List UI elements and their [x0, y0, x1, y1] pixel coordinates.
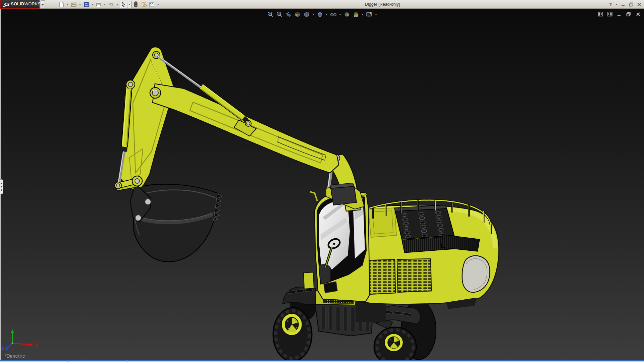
- display-style-icon: [317, 11, 323, 18]
- open-dropdown[interactable]: ▼: [78, 1, 82, 8]
- hide-show-items-icon: [330, 11, 337, 18]
- status-pane: [111, 360, 127, 362]
- help-dropdown[interactable]: ▼: [615, 3, 618, 6]
- open-button[interactable]: [70, 1, 77, 8]
- brand-name-bold: SOLID: [11, 2, 24, 6]
- file-properties-icon: [141, 2, 147, 7]
- heads-up-view-toolbar: ▼ ▼ ▼: [266, 10, 378, 18]
- dassault-3s-logo-icon: ƷS: [3, 1, 9, 7]
- new-document-icon: [59, 2, 64, 7]
- window-title: Digger [Read-only]: [335, 0, 429, 9]
- select-tool-dropdown[interactable]: ▼: [128, 1, 131, 8]
- collapse-pane-left-button[interactable]: [598, 11, 603, 17]
- excavator-model-scene: X Z: [0, 9, 644, 360]
- print-button[interactable]: [95, 1, 102, 8]
- help-button[interactable]: ?: [609, 2, 612, 7]
- titlebar-right-controls: ? ▼: [609, 0, 641, 9]
- front-right-wheel: [374, 327, 416, 360]
- select-tool-button[interactable]: [120, 1, 127, 8]
- section-view-icon: [294, 11, 301, 18]
- section-view-button[interactable]: [293, 10, 302, 18]
- undo-icon: [108, 2, 114, 7]
- doc-minimize-button[interactable]: [616, 11, 622, 17]
- zoom-to-area-button[interactable]: [275, 10, 283, 18]
- view-settings-icon: [366, 11, 373, 18]
- collapse-pane-right-button[interactable]: [607, 11, 612, 17]
- view-orientation-dropdown[interactable]: ▼: [312, 10, 315, 18]
- status-pane: [127, 360, 644, 362]
- previous-view-icon: [285, 11, 292, 18]
- status-pane: [0, 360, 67, 362]
- feature-pane-expand-handle[interactable]: [0, 179, 3, 194]
- undo-dropdown[interactable]: ▼: [115, 1, 119, 8]
- main-toolbar: ▼ ▼ ▼: [58, 0, 160, 9]
- apply-scene-icon: [353, 11, 359, 18]
- save-dropdown[interactable]: ▼: [91, 1, 94, 8]
- hide-show-items-button[interactable]: [329, 10, 337, 18]
- save-icon: [84, 2, 89, 7]
- brand-name-light: WORKS: [24, 2, 41, 6]
- doc-restore-button[interactable]: [626, 11, 631, 17]
- options-dropdown[interactable]: ▼: [156, 1, 160, 8]
- graphics-viewport[interactable]: X Z: [0, 9, 644, 360]
- save-button[interactable]: [83, 1, 90, 8]
- apply-scene-dropdown[interactable]: ▼: [361, 10, 364, 18]
- open-icon: [71, 2, 77, 7]
- status-pane: [67, 360, 111, 362]
- doc-minimize-icon: [617, 12, 622, 16]
- undo-button[interactable]: [107, 1, 115, 8]
- pane-right-icon: [607, 12, 612, 16]
- new-document-button[interactable]: [58, 1, 65, 8]
- display-style-dropdown[interactable]: ▼: [325, 10, 328, 18]
- view-orientation-cube-icon: [303, 11, 310, 18]
- doc-restore-icon: [626, 12, 631, 16]
- view-orientation-button[interactable]: [303, 10, 311, 18]
- triad-z-label: Z: [1, 346, 4, 351]
- cab: [315, 191, 370, 302]
- view-orientation-label: *Dimetric: [4, 353, 25, 359]
- edit-appearance-button[interactable]: [343, 10, 351, 18]
- rebuild-traffic-light-icon: [134, 1, 138, 7]
- zoom-to-fit-icon: [267, 11, 274, 18]
- close-button[interactable]: [637, 2, 641, 7]
- view-settings-dropdown[interactable]: ▼: [374, 10, 378, 18]
- title-bar: ƷS SOLIDWORKS ▶ ▼ ▼: [0, 0, 644, 9]
- zoom-to-area-icon: [276, 11, 283, 18]
- print-dropdown[interactable]: ▼: [103, 1, 107, 8]
- doc-close-button[interactable]: [635, 11, 641, 17]
- hide-show-items-dropdown[interactable]: ▼: [338, 10, 342, 18]
- menu-flyout-tab[interactable]: ▶: [41, 0, 45, 8]
- chevron-left-icon: [1, 189, 2, 191]
- options-button[interactable]: [148, 1, 156, 8]
- apply-scene-button[interactable]: [352, 10, 360, 18]
- solidworks-logo: ƷS SOLIDWORKS: [0, 0, 40, 9]
- zoom-to-fit-button[interactable]: [266, 10, 274, 18]
- print-icon: [96, 2, 102, 7]
- pane-left-icon: [598, 12, 603, 16]
- doc-close-icon: [636, 12, 640, 16]
- file-properties-button[interactable]: [140, 1, 148, 8]
- triad-x-label: X: [35, 343, 38, 348]
- edit-appearance-icon: [343, 11, 350, 18]
- front-left-wheel: [273, 308, 312, 360]
- options-icon: [149, 2, 155, 7]
- chevron-left-icon: [1, 182, 2, 184]
- display-style-button[interactable]: [316, 10, 324, 18]
- document-window-controls: [598, 11, 641, 17]
- view-settings-button[interactable]: [365, 10, 373, 18]
- restore-button[interactable]: [629, 2, 634, 7]
- new-document-dropdown[interactable]: ▼: [66, 1, 69, 8]
- previous-view-button[interactable]: [284, 10, 292, 18]
- rebuild-button[interactable]: [132, 1, 140, 8]
- minimize-button[interactable]: [621, 2, 626, 7]
- status-bar: [0, 360, 644, 362]
- select-cursor-icon: [121, 2, 126, 7]
- chevron-left-icon: [1, 186, 2, 188]
